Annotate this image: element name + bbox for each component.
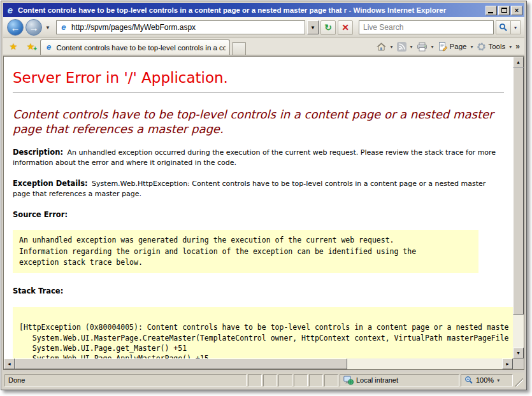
- security-zone-text: Local intranet: [356, 376, 398, 384]
- local-intranet-icon: [343, 376, 354, 385]
- stack-trace-heading: Stack Trace:: [13, 286, 504, 297]
- favorites-star-icon: ★: [10, 41, 18, 52]
- exception-paragraph: Exception Details: System.Web.HttpExcept…: [13, 178, 504, 199]
- stop-button[interactable]: ✕: [338, 20, 353, 35]
- resize-grip[interactable]: [514, 378, 523, 386]
- zoom-magnifier-icon: [464, 376, 473, 385]
- stack-trace-text: [HttpException (0x80004005): Content con…: [19, 312, 513, 358]
- stack-trace-box: [HttpException (0x80004005): Content con…: [13, 307, 513, 358]
- new-tab-button[interactable]: [232, 42, 246, 55]
- tab-title: Content controls have to be top-level co…: [56, 44, 226, 52]
- address-url[interactable]: http://spvm/pages/MyWebForm.aspx: [71, 23, 302, 32]
- tools-menu-button[interactable]: Tools: [475, 39, 507, 53]
- more-commands-chevron[interactable]: »: [514, 42, 522, 51]
- plus-icon: +: [33, 45, 37, 52]
- page-menu-dropdown[interactable]: ▾: [470, 44, 473, 50]
- status-text: Done: [8, 376, 25, 384]
- server-error-heading: Server Error in '/' Application.: [13, 69, 504, 86]
- page-viewport: Server Error in '/' Application. Content…: [4, 57, 513, 358]
- error-message-heading: Content controls have to be top-level co…: [13, 107, 504, 137]
- search-icon: [499, 23, 508, 32]
- maximize-icon: [501, 8, 507, 13]
- gear-icon: [477, 42, 486, 52]
- scroll-right-icon: ►: [505, 362, 510, 366]
- command-bar: ▾ ▾ ▾: [374, 39, 522, 53]
- scroll-up-icon: ▲: [516, 60, 521, 64]
- recent-pages-dropdown[interactable]: ▼: [44, 25, 52, 31]
- ie-logo-icon: e: [5, 5, 15, 15]
- print-button[interactable]: [415, 39, 429, 53]
- minimize-icon: [488, 12, 493, 13]
- back-button[interactable]: ←: [7, 19, 24, 36]
- home-dropdown[interactable]: ▾: [390, 44, 394, 50]
- aspnet-error-page: Server Error in '/' Application. Content…: [4, 57, 513, 358]
- maximize-button[interactable]: [498, 6, 510, 15]
- status-bar: Done Local intranet 100% ▾: [3, 372, 524, 388]
- heading-divider: [13, 92, 504, 93]
- window-title: Content controls have to be top-level co…: [18, 6, 483, 14]
- chevron-down-icon: ▾: [514, 25, 517, 31]
- security-zone-panel[interactable]: Local intranet: [340, 374, 459, 386]
- refresh-icon: ↻: [324, 22, 332, 32]
- status-cell: [263, 374, 277, 386]
- feeds-button[interactable]: [395, 39, 408, 53]
- scroll-left-icon: ◄: [7, 362, 11, 366]
- horizontal-scrollbar[interactable]: ◄ ►: [4, 358, 513, 369]
- vertical-scrollbar-thumb[interactable]: [513, 67, 524, 315]
- scrollbar-corner: [513, 358, 524, 369]
- forward-button[interactable]: →: [25, 19, 42, 36]
- chevron-down-icon: ▼: [310, 25, 315, 31]
- scroll-right-button[interactable]: ►: [502, 358, 513, 369]
- minimize-button[interactable]: [485, 6, 497, 15]
- status-cell: [324, 374, 338, 386]
- status-cell: [294, 374, 308, 386]
- scroll-left-button[interactable]: ◄: [4, 358, 15, 369]
- address-dropdown-button[interactable]: ▼: [307, 20, 319, 34]
- source-error-heading: Source Error:: [13, 209, 504, 220]
- page-icon: [438, 41, 448, 52]
- description-paragraph: Description: An unhandled exception occu…: [13, 147, 504, 168]
- exception-details-label: Exception Details:: [13, 179, 88, 188]
- tools-menu-label: Tools: [488, 43, 505, 50]
- zoom-dropdown[interactable]: ▾: [496, 378, 500, 383]
- page-menu-label: Page: [450, 43, 467, 50]
- vertical-scrollbar[interactable]: ▲ ▼: [513, 57, 524, 358]
- description-text: An unhandled exception occurred during t…: [13, 148, 496, 167]
- scroll-down-button[interactable]: ▼: [513, 348, 524, 358]
- scroll-up-button[interactable]: ▲: [513, 57, 524, 67]
- home-icon: [376, 41, 387, 52]
- print-dropdown[interactable]: ▾: [431, 44, 435, 50]
- source-error-text: An unhandled exception was generated dur…: [19, 235, 472, 268]
- feeds-dropdown[interactable]: ▾: [410, 44, 413, 50]
- favorites-button[interactable]: ★: [6, 39, 21, 53]
- close-button[interactable]: ×: [511, 6, 522, 15]
- title-bar[interactable]: e Content controls have to be top-level …: [3, 3, 524, 17]
- rss-feed-icon: [397, 42, 406, 52]
- search-options-dropdown[interactable]: ▾: [511, 20, 521, 34]
- status-cell: [309, 374, 323, 386]
- description-label: Description:: [13, 148, 63, 157]
- back-arrow-icon: ←: [11, 22, 20, 33]
- browser-content-frame: Server Error in '/' Application. Content…: [3, 56, 524, 370]
- status-cell: [278, 374, 292, 386]
- page-menu-button[interactable]: Page: [436, 39, 469, 53]
- search-input[interactable]: Live Search: [359, 20, 494, 34]
- refresh-button[interactable]: ↻: [320, 20, 336, 35]
- printer-icon: [417, 42, 428, 52]
- add-favorite-button[interactable]: ★ +: [23, 39, 38, 53]
- address-bar[interactable]: e http://spvm/pages/MyWebForm.aspx: [56, 20, 305, 34]
- search-button[interactable]: [496, 20, 511, 34]
- scroll-down-icon: ▼: [516, 351, 521, 355]
- zoom-control[interactable]: 100% ▾: [461, 374, 513, 386]
- horizontal-scrollbar-thumb[interactable]: [15, 358, 347, 369]
- search-placeholder: Live Search: [363, 23, 489, 32]
- source-error-label: Source Error:: [13, 210, 68, 219]
- tab-favicon-icon: e: [45, 42, 53, 52]
- tools-menu-dropdown[interactable]: ▾: [508, 44, 512, 50]
- zoom-level-text: 100%: [476, 376, 494, 384]
- home-button[interactable]: [374, 39, 389, 53]
- stack-trace-label: Stack Trace:: [13, 286, 63, 295]
- source-error-box: An unhandled exception was generated dur…: [13, 230, 478, 273]
- tab-bar: ★ ★ + e Content controls have to be top-…: [3, 38, 524, 55]
- tab-active[interactable]: e Content controls have to be top-level …: [40, 39, 230, 55]
